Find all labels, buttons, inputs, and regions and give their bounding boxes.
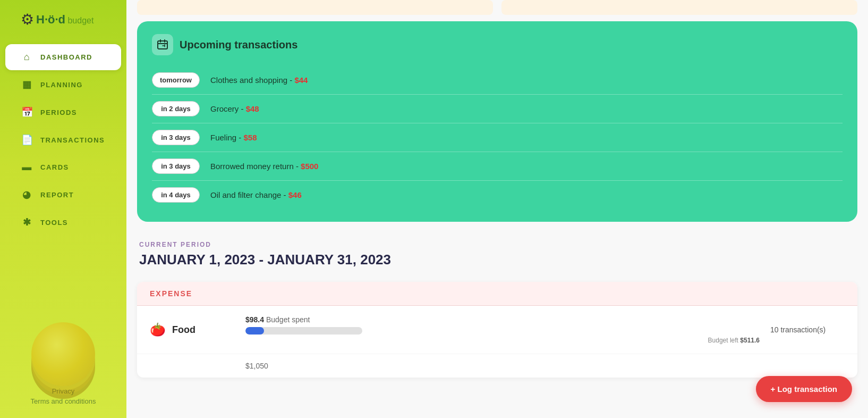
budget-left-text: Budget left $511.6: [245, 337, 760, 344]
sidebar-label-cards: CARDS: [40, 163, 69, 171]
sidebar-label-periods: PERIODS: [40, 108, 77, 116]
svg-rect-0: [158, 41, 167, 49]
terms-link[interactable]: Terms and conditions: [31, 397, 96, 405]
budget-spent-label: Budget spent: [266, 315, 310, 324]
logo-icon: ⚙: [21, 11, 34, 28]
food-icon: 🍅: [150, 322, 166, 337]
time-badge-0: tomorrow: [152, 72, 200, 88]
sidebar-item-transactions[interactable]: 📄 TRANSACTIONS: [5, 127, 121, 153]
main-content: Upcoming transactions tomorrow Clothes a…: [126, 0, 868, 418]
sidebar-label-transactions: TRANSACTIONS: [40, 136, 105, 144]
sidebar-decoration: [5, 280, 121, 386]
sidebar-label-planning: PLANNING: [40, 81, 83, 89]
sidebar-footer: Privacy Terms and conditions: [31, 387, 96, 407]
transaction-desc-4: Oil and filter change - $46: [210, 190, 302, 199]
expense-budget-area: $98.4 Budget spent Budget left $511.6: [245, 315, 760, 344]
sidebar-item-dashboard[interactable]: ⌂ DASHBOARD: [5, 44, 121, 70]
budget-left-amount: $511.6: [740, 337, 760, 344]
nav-list: ⌂ DASHBOARD ▦ PLANNING 📅 PERIODS 📄 TRANS…: [0, 44, 126, 236]
time-badge-2: in 3 days: [152, 130, 200, 145]
expense-header: EXPENSE: [137, 282, 857, 306]
report-icon: ◕: [21, 189, 33, 200]
logo-main-text: H·ö·d: [36, 13, 65, 26]
sidebar-label-tools: TOOLS: [40, 219, 68, 227]
upcoming-transactions-section: Upcoming transactions tomorrow Clothes a…: [137, 21, 857, 222]
log-transaction-button[interactable]: + Log transaction: [756, 376, 852, 402]
top-card-right: [501, 0, 857, 15]
expense-row-food: 🍅 Food $98.4 Budget spent Budget left $5…: [137, 306, 857, 354]
sidebar-item-planning[interactable]: ▦ PLANNING: [5, 71, 121, 98]
planning-icon: ▦: [21, 79, 33, 90]
time-badge-1: in 2 days: [152, 101, 200, 116]
calendar-icon: [152, 34, 173, 55]
privacy-link[interactable]: Privacy: [31, 387, 96, 395]
upcoming-title: Upcoming transactions: [180, 39, 297, 51]
transaction-amount-3: $500: [301, 162, 318, 171]
time-badge-4: in 4 days: [152, 187, 200, 203]
transaction-row-1: in 2 days Grocery - $48: [152, 95, 843, 123]
transaction-row-0: tomorrow Clothes and shopping - $44: [152, 66, 843, 95]
sidebar-item-tools[interactable]: ✱ TOOLS: [5, 209, 121, 236]
budget-left-label: Budget left: [708, 337, 738, 344]
transaction-desc-3: Borrowed money return - $500: [210, 162, 318, 171]
expense-food-label: 🍅 Food: [150, 322, 235, 337]
partial-expense-row: $1,050: [137, 354, 857, 378]
sidebar-item-periods[interactable]: 📅 PERIODS: [5, 99, 121, 126]
transaction-desc-2: Fueling - $58: [210, 133, 257, 142]
log-transaction-label: + Log transaction: [771, 384, 837, 394]
expense-food-name: Food: [172, 324, 195, 336]
period-dates: JANUARY 1, 2023 - JANUARY 31, 2023: [139, 252, 855, 268]
time-badge-3: in 3 days: [152, 158, 200, 174]
transaction-row-2: in 3 days Fueling - $58: [152, 123, 843, 152]
sidebar-item-report[interactable]: ◕ REPORT: [5, 181, 121, 208]
budget-spent-text: $98.4 Budget spent: [245, 315, 760, 324]
upcoming-header: Upcoming transactions: [152, 34, 843, 55]
transaction-row-3: in 3 days Borrowed money return - $500: [152, 152, 843, 181]
budget-spent-amount: $98.4: [245, 315, 264, 324]
transaction-desc-1: Grocery - $48: [210, 104, 259, 113]
top-card-left: [137, 0, 493, 15]
sidebar-label-dashboard: DASHBOARD: [40, 53, 92, 61]
sidebar-item-cards[interactable]: ▬ CARDS: [5, 154, 121, 180]
home-icon: ⌂: [21, 52, 33, 63]
period-section: CURRENT PERIOD JANUARY 1, 2023 - JANUARY…: [126, 228, 868, 282]
transaction-row-4: in 4 days Oil and filter change - $46: [152, 181, 843, 209]
partial-budget-text: $1,050: [245, 362, 845, 370]
cards-icon: ▬: [21, 162, 33, 173]
transactions-icon: 📄: [21, 134, 33, 146]
transaction-amount-2: $58: [244, 133, 257, 142]
transaction-amount-0: $44: [294, 76, 308, 85]
logo-sub-text: budget: [67, 16, 93, 25]
transactions-count: 10 transaction(s): [770, 325, 845, 334]
sidebar: ⚙ H·ö·d budget ⌂ DASHBOARD ▦ PLANNING 📅 …: [0, 0, 126, 418]
period-label: CURRENT PERIOD: [139, 241, 855, 248]
app-logo: ⚙ H·ö·d budget: [21, 11, 106, 28]
partial-budget-area: $1,050: [245, 362, 845, 370]
periods-icon: 📅: [21, 106, 33, 118]
top-cards-partial: [126, 0, 868, 15]
transaction-amount-4: $46: [288, 190, 302, 199]
budget-bar-background: [245, 327, 362, 335]
sidebar-label-report: REPORT: [40, 191, 74, 199]
budget-bar-fill: [245, 327, 264, 335]
expense-section: EXPENSE 🍅 Food $98.4 Budget spent Budget…: [137, 282, 857, 378]
tools-icon: ✱: [21, 216, 33, 228]
transaction-desc-0: Clothes and shopping - $44: [210, 76, 308, 85]
transaction-amount-1: $48: [246, 104, 259, 113]
